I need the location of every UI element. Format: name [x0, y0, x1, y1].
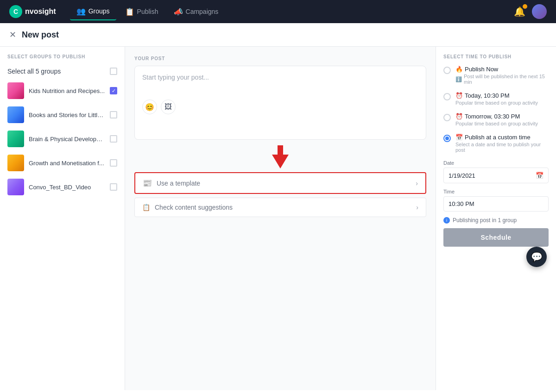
select-all-checkbox[interactable]	[110, 68, 117, 75]
custom-time-sub-text: Select a date and time to publish your p…	[455, 142, 549, 153]
user-avatar[interactable]	[532, 4, 547, 19]
publish-now-radio[interactable]	[443, 67, 451, 74]
custom-time-content: 📅 Publish at a custom time Select a date…	[455, 134, 549, 153]
nav-item-groups[interactable]: 👥 Groups	[70, 3, 116, 20]
group-checkbox-1[interactable]: ✓	[110, 87, 117, 94]
group-item-1[interactable]: Kids Nutrition and Recipes... ✓	[0, 79, 125, 103]
nav-label-campaigns: Campaigns	[186, 8, 219, 15]
tomorrow-title: ⏰ Tomorrow, 03:30 PM	[455, 113, 549, 120]
left-sidebar: SELECT GROUPS TO PUBLISH Select all 5 gr…	[0, 47, 125, 390]
tomorrow-radio[interactable]	[443, 114, 451, 121]
publish-now-option[interactable]: 🔥 Publish Now ℹ️ Post will be published …	[443, 66, 549, 85]
select-all-label: Select all 5 groups	[7, 68, 61, 75]
today-radio[interactable]	[443, 93, 451, 100]
emoji-button[interactable]: 😊	[142, 100, 157, 114]
annotation-arrow	[134, 145, 426, 168]
tomorrow-label: Tomorrow, 03:30 PM	[465, 113, 520, 120]
group-name-5: Convo_Test_BD_Video	[29, 184, 105, 191]
today-title: ⏰ Today, 10:30 PM	[455, 92, 549, 99]
content-suggestions-row[interactable]: 📋 Check content suggestions ›	[134, 198, 426, 217]
nav-items: 👥 Groups 📋 Publish 📣 Campaigns	[70, 3, 500, 20]
image-button[interactable]: 🖼	[161, 100, 176, 114]
custom-time-radio[interactable]	[443, 135, 451, 142]
group-checkbox-4[interactable]	[110, 159, 117, 167]
main-area: ✕ New post SELECT GROUPS TO PUBLISH Sele…	[0, 23, 556, 392]
nav-item-campaigns[interactable]: 📣 Campaigns	[167, 4, 225, 20]
group-name-4: Growth and Monetisation f...	[29, 160, 105, 167]
calendar-emoji: 📅	[455, 134, 463, 141]
tomorrow-option[interactable]: ⏰ Tomorrow, 03:30 PM Popular time based …	[443, 113, 549, 126]
schedule-button[interactable]: Schedule	[443, 228, 549, 247]
date-input[interactable]: 1/19/2021 📅	[443, 168, 549, 183]
page-title: New post	[22, 30, 59, 40]
template-row-left: 📰 Use a template	[143, 179, 200, 187]
alarm-emoji-tomorrow: ⏰	[455, 113, 463, 120]
nav-label-groups: Groups	[88, 7, 110, 15]
notification-badge	[523, 4, 527, 9]
campaigns-icon: 📣	[174, 7, 183, 16]
custom-time-subtitle: Select a date and time to publish your p…	[455, 142, 549, 153]
tomorrow-sub-text: Popular time based on group activity	[455, 121, 538, 126]
custom-time-label: Publish at a custom time	[465, 134, 531, 141]
post-placeholder: Start typing your post...	[142, 74, 418, 81]
close-button[interactable]: ✕	[9, 30, 16, 40]
group-item-4[interactable]: Growth and Monetisation f...	[0, 151, 125, 175]
custom-time-title: 📅 Publish at a custom time	[455, 134, 549, 141]
publish-info: i Publishing post in 1 group	[443, 217, 549, 224]
nav-right: 🔔	[514, 4, 547, 19]
time-section-label: SELECT TIME TO PUBLISH	[443, 54, 549, 59]
group-checkbox-5[interactable]	[110, 183, 117, 191]
use-template-row[interactable]: 📰 Use a template ›	[134, 172, 426, 194]
custom-time-option[interactable]: 📅 Publish at a custom time Select a date…	[443, 134, 549, 153]
groups-icon: 👥	[76, 7, 86, 16]
template-label: Use a template	[157, 180, 200, 187]
group-thumbnail-1	[7, 82, 24, 99]
date-label: Date	[443, 160, 549, 166]
editor-tools: 😊 🖼	[142, 100, 418, 114]
group-name-3: Brain & Physical Developm...	[29, 136, 105, 143]
calendar-icon: 📅	[536, 172, 543, 179]
nav-item-publish[interactable]: 📋 Publish	[119, 4, 165, 20]
right-sidebar: SELECT TIME TO PUBLISH 🔥 Publish Now ℹ️ …	[436, 47, 556, 390]
group-item-3[interactable]: Brain & Physical Developm...	[0, 127, 125, 151]
tomorrow-subtitle: Popular time based on group activity	[455, 121, 549, 126]
notifications-button[interactable]: 🔔	[514, 6, 525, 17]
group-item-5[interactable]: Convo_Test_BD_Video	[0, 175, 125, 199]
group-checkbox-3[interactable]	[110, 135, 117, 143]
today-sub-text: Popular time based on group activity	[455, 100, 538, 106]
suggestions-row-left: 📋 Check content suggestions	[142, 204, 233, 211]
publish-now-sub-text: Post will be published in the next 15 mi…	[464, 74, 549, 85]
logo[interactable]: C nvosight	[9, 5, 56, 18]
today-label: Today, 10:30 PM	[465, 92, 510, 99]
publish-now-label: Publish Now	[465, 66, 498, 73]
page-header: ✕ New post	[0, 23, 556, 47]
logo-icon: C	[9, 5, 22, 18]
publish-now-content: 🔥 Publish Now ℹ️ Post will be published …	[455, 66, 549, 85]
publish-info-icon: i	[443, 217, 450, 224]
suggestions-chevron-icon: ›	[416, 204, 418, 211]
time-input[interactable]: 10:30 PM	[443, 196, 549, 212]
info-icon-now: ℹ️	[455, 76, 462, 82]
suggestions-label: Check content suggestions	[155, 204, 233, 211]
publish-now-subtitle: ℹ️ Post will be published in the next 15…	[455, 74, 549, 85]
chat-fab-button[interactable]: 💬	[526, 247, 547, 267]
today-subtitle: Popular time based on group activity	[455, 100, 549, 106]
today-option[interactable]: ⏰ Today, 10:30 PM Popular time based on …	[443, 92, 549, 106]
fire-emoji: 🔥	[455, 66, 463, 73]
group-thumbnail-2	[7, 106, 24, 123]
template-icon: 📰	[143, 179, 152, 187]
publish-info-text: Publishing post in 1 group	[453, 217, 517, 224]
arrow-shaft	[278, 145, 283, 155]
tomorrow-content: ⏰ Tomorrow, 03:30 PM Popular time based …	[455, 113, 549, 126]
group-name-2: Books and Stories for Little...	[29, 112, 105, 118]
publish-icon: 📋	[125, 7, 134, 16]
select-all-row[interactable]: Select all 5 groups	[0, 64, 125, 79]
group-checkbox-2[interactable]	[110, 111, 117, 118]
publish-now-title: 🔥 Publish Now	[455, 66, 549, 73]
middle-content: YOUR POST Start typing your post... 😊 🖼 …	[125, 47, 436, 390]
group-item-2[interactable]: Books and Stories for Little...	[0, 103, 125, 127]
post-editor[interactable]: Start typing your post... 😊 🖼	[134, 66, 426, 140]
group-thumbnail-5	[7, 179, 24, 195]
time-label: Time	[443, 189, 549, 194]
group-thumbnail-4	[7, 155, 24, 171]
